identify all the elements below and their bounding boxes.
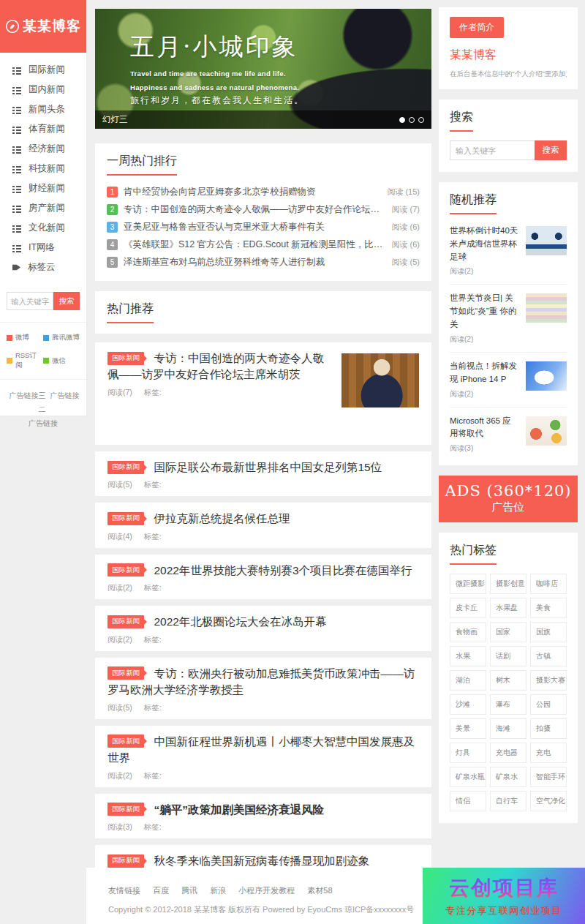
tag-item[interactable]: 海滩 [490, 718, 526, 739]
list-icon [12, 244, 21, 252]
sidebar-search-button[interactable]: 搜索 [53, 292, 80, 310]
friend-link-baidu[interactable]: 百度 [153, 886, 169, 895]
tag-item[interactable]: 矿泉水瓶 [450, 767, 486, 787]
sidebar-item-domestic-news[interactable]: 国内新闻 [0, 80, 86, 99]
sidebar-item-it-network[interactable]: IT网络 [0, 238, 86, 258]
article-title[interactable]: 伊拉克新总统提名候任总理 [154, 512, 290, 525]
article-thumbnail[interactable] [341, 353, 419, 407]
hero-slider[interactable]: 五月·小城印象 Travel and time are teaching me … [95, 9, 431, 129]
slider-dot-2[interactable] [409, 117, 415, 123]
tag-item[interactable]: 美食 [530, 598, 567, 618]
tag-item[interactable]: 拍摄 [530, 718, 567, 739]
article-title[interactable]: “躺平”政策加剧美国经济衰退风险 [154, 803, 324, 816]
random-item-4[interactable]: Microsoft 365 应用将取代阅读(3) [450, 407, 567, 462]
watermark-subtitle: 专注分享互联网创业项目 [445, 904, 562, 917]
read-count: 阅读(2) [450, 389, 519, 399]
social-rss[interactable]: RSS订阅 [7, 351, 43, 370]
tag-item[interactable]: 水果盘 [490, 598, 526, 618]
category-badge[interactable]: 国际新闻 [107, 666, 144, 680]
sidebar-item-tag-cloud[interactable]: 标签云 [0, 258, 86, 277]
friend-link-tencent[interactable]: 腾讯 [181, 886, 197, 895]
category-badge[interactable]: 国际新闻 [107, 512, 144, 525]
site-logo[interactable]: 某某博客 [0, 0, 86, 53]
tag-item[interactable]: 灯具 [450, 743, 486, 763]
tag-item[interactable]: 公园 [530, 694, 567, 715]
sidebar-item-headlines[interactable]: 新闻头条 [0, 99, 86, 119]
ad-link-1[interactable]: 广告链接 [29, 419, 58, 427]
category-badge[interactable]: 国际新闻 [107, 803, 144, 816]
tag-item[interactable]: 瀑布 [490, 694, 526, 715]
tag-item[interactable]: 情侣 [450, 791, 486, 811]
sidebar-item-sports-news[interactable]: 体育新闻 [0, 119, 86, 139]
friend-link-sina[interactable]: 新浪 [210, 886, 226, 895]
article-meta: 阅读(5)标签: [107, 703, 419, 713]
friend-link-sucai58[interactable]: 素材58 [307, 886, 332, 895]
tag-item[interactable]: 智能手环 [530, 767, 567, 787]
article-meta: 阅读(2)标签: [107, 583, 419, 593]
social-tencent-weibo[interactable]: 腾讯微博 [43, 333, 80, 342]
random-item-2[interactable]: 世界关节炎日| 关节如此“炎”重 你的关阅读(2) [450, 285, 567, 352]
slider-dot-3[interactable] [418, 117, 424, 123]
read-count: 阅读(2) [107, 583, 132, 592]
slider-dot-1[interactable] [399, 117, 405, 123]
article-title[interactable]: 专访：欧洲央行被动加息难抵美货币政策冲击——访罗马欧洲大学经济学教授圭 [107, 667, 415, 696]
ranking-item-1[interactable]: 1 肯中经贸协会向肯尼亚姆赛多北京学校捐赠物资 阅读 (15) [107, 183, 420, 200]
tag-item[interactable]: 摄影创意 [490, 574, 526, 594]
sidebar-item-culture-news[interactable]: 文化新闻 [0, 218, 86, 238]
sidebar-item-intl-news[interactable]: 国际新闻 [0, 60, 86, 80]
tag-item[interactable]: 咖啡店 [530, 574, 567, 594]
search-input[interactable] [450, 140, 535, 160]
ranking-item-2[interactable]: 2 专访：中国创造的两大奇迹令人敬佩——访罗中友好合作论坛主席米胡茨 阅读 (7… [107, 200, 420, 218]
ranking-item-3[interactable]: 3 亚美尼亚与格鲁吉亚否认与克里米亚大桥事件有关 阅读 (6) [107, 218, 420, 236]
ranking-item-5[interactable]: 5 泽连斯基宣布对乌前总统亚努科维奇等人进行制裁 阅读 (5) [107, 253, 420, 271]
tag-item[interactable]: 树木 [490, 670, 526, 691]
article-title[interactable]: 国际足联公布最新世界排名中国女足列第15位 [154, 461, 382, 473]
sidebar-item-realestate-news[interactable]: 房产新闻 [0, 198, 86, 218]
random-item-1[interactable]: 世界杯倒计时40天 米卢成海信世界杯足球阅读(2) [450, 217, 567, 285]
sidebar-item-economy-news[interactable]: 经济新闻 [0, 139, 86, 159]
read-count: 阅读(2) [107, 771, 132, 780]
category-badge[interactable]: 国际新闻 [107, 854, 144, 868]
ad-banner[interactable]: ADS (360*120) 广告位 [439, 476, 578, 522]
article-title[interactable]: 中国新征程世界新机遇丨小椰枣大智慧中国发展惠及世界 [107, 735, 415, 764]
random-item-3[interactable]: 当前视点！拆解发现 iPhone 14 P阅读(2) [450, 353, 567, 407]
category-badge[interactable]: 国际新闻 [107, 563, 144, 576]
social-weibo[interactable]: 微博 [7, 333, 43, 342]
tag-item[interactable]: 话剧 [490, 646, 526, 666]
tag-item[interactable]: 国旗 [530, 622, 567, 642]
ad-link-3[interactable]: 广告链接三 [10, 391, 46, 399]
tag-item[interactable]: 水果 [450, 646, 486, 666]
tag-item[interactable]: 充电 [530, 743, 567, 763]
category-badge[interactable]: 国际新闻 [107, 352, 144, 365]
tag-item[interactable]: 自行车 [490, 791, 526, 811]
sidebar-item-finance-news[interactable]: 财经新闻 [0, 179, 86, 198]
tag-item[interactable]: 皮卡丘 [450, 598, 486, 618]
tag-item[interactable]: 沙滩 [450, 694, 486, 715]
search-button[interactable]: 搜索 [535, 140, 567, 160]
friend-link-miniprogram[interactable]: 小程序开发教程 [238, 886, 295, 895]
sidebar-search-input[interactable] [7, 292, 53, 310]
category-badge[interactable]: 国际新闻 [107, 461, 144, 474]
author-badge[interactable]: 作者简介 [450, 17, 504, 38]
tag-item[interactable]: 充电器 [490, 743, 526, 763]
category-badge[interactable]: 国际新闻 [107, 615, 144, 628]
tag-item[interactable]: 国家 [490, 622, 526, 642]
rank-badge: 4 [107, 239, 118, 250]
tag-item[interactable]: 美景 [450, 718, 486, 739]
sidebar-item-tech-news[interactable]: 科技新闻 [0, 159, 86, 179]
social-wechat[interactable]: 微信 [43, 351, 80, 370]
tag-item[interactable]: 湖泊 [450, 670, 486, 691]
tag-item[interactable]: 食物画 [450, 622, 486, 642]
ranking-item-4[interactable]: 4 《英雄联盟》S12 官方公告：EDG.Scout 新冠检测呈阳性，比赛顺序可… [107, 236, 420, 253]
author-name[interactable]: 某某博客 [450, 48, 567, 63]
category-badge[interactable]: 国际新闻 [107, 735, 144, 748]
tag-item[interactable]: 空气净化 [530, 791, 567, 811]
tag-item[interactable]: 摄影大赛 [530, 670, 567, 691]
tag-item[interactable]: 微距摄影 [450, 574, 486, 594]
watermark: 云创项目库 专注分享互联网创业项目 [423, 868, 585, 924]
article-title[interactable]: 秋冬季来临美国新冠病毒传播显现加剧迹象 [154, 854, 369, 867]
tag-item[interactable]: 古镇 [530, 646, 567, 666]
article-title[interactable]: 2022年北极圈论坛大会在冰岛开幕 [154, 615, 326, 628]
article-title[interactable]: 2022年世界技能大赛特别赛3个项目比赛在德国举行 [154, 564, 412, 576]
tag-item[interactable]: 矿泉水 [490, 767, 526, 787]
